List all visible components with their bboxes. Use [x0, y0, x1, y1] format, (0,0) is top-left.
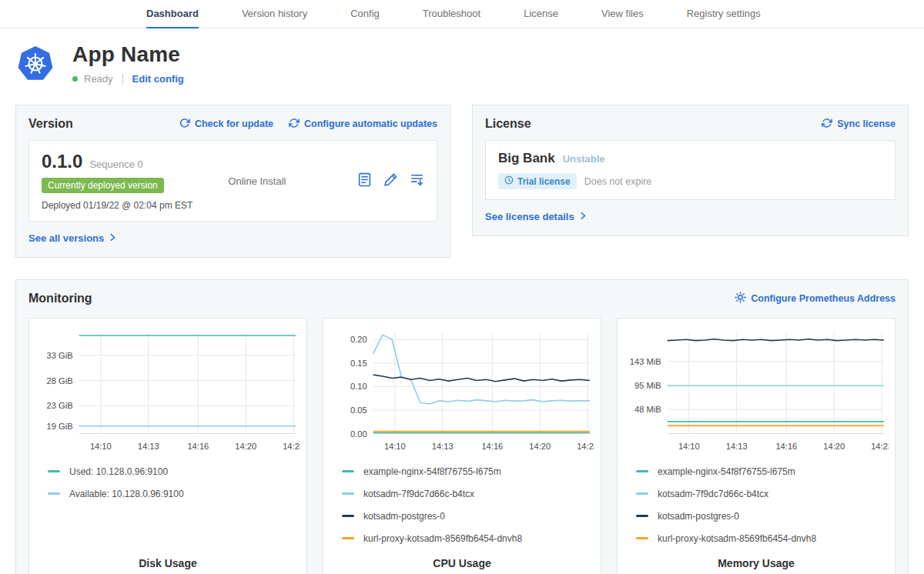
legend-item: Available: 10.128.0.96:9100: [48, 489, 288, 499]
chart-title: CPU Usage: [330, 546, 594, 569]
monitoring-card: Monitoring Configure Prometheus Address …: [15, 279, 909, 574]
legend-item: kotsadm-7f9dc7d66c-b4tcx: [342, 489, 582, 499]
svg-text:14:23: 14:23: [577, 442, 594, 451]
cpu-usage-legend: example-nginx-54f8f76755-l675mkotsadm-7f…: [330, 457, 594, 544]
legend-color-dash: [48, 470, 60, 472]
trial-license-label: Trial license: [517, 176, 571, 187]
cpu-usage-chart-card: 14:1014:1314:1614:2014:230.200.150.100.0…: [323, 318, 601, 574]
version-number: 0.1.0: [42, 151, 82, 172]
svg-text:14:16: 14:16: [481, 442, 503, 451]
configure-prometheus-link[interactable]: Configure Prometheus Address: [735, 292, 896, 305]
svg-text:14:16: 14:16: [775, 442, 797, 451]
chevron-right-icon: [109, 232, 116, 244]
legend-color-dash: [342, 515, 354, 517]
svg-text:14:13: 14:13: [432, 442, 454, 451]
legend-item: example-nginx-54f8f76755-l675m: [342, 466, 582, 477]
deployed-status-badge: Currently deployed version: [42, 178, 164, 193]
tab-version-history[interactable]: Version history: [242, 0, 307, 28]
legend-item: kotsadm-postgres-0: [636, 511, 876, 522]
tab-view-files[interactable]: View files: [601, 0, 644, 28]
legend-item: kotsadm-7f9dc7d66c-b4tcx: [636, 489, 876, 499]
install-type-label: Online Install: [228, 175, 286, 187]
check-for-update-link[interactable]: Check for update: [179, 118, 273, 131]
app-status-text: Ready: [84, 73, 113, 85]
gear-icon: [735, 292, 746, 305]
check-for-update-label: Check for update: [195, 118, 273, 129]
legend-label: kurl-proxy-kotsadm-8569fb6454-dnvh8: [658, 533, 816, 544]
memory-usage-legend: example-nginx-54f8f76755-l675mkotsadm-7f…: [624, 457, 889, 544]
divider: [122, 74, 123, 85]
configure-automatic-updates-link[interactable]: Configure automatic updates: [289, 118, 437, 131]
legend-label: kotsadm-7f9dc7d66c-b4tcx: [658, 489, 768, 499]
current-version-panel: 0.1.0 Sequence 0 Currently deployed vers…: [28, 140, 437, 222]
deploy-logs-icon[interactable]: [410, 172, 424, 190]
configure-prometheus-label: Configure Prometheus Address: [751, 293, 896, 304]
ready-status-dot: [72, 76, 78, 82]
clock-icon: [504, 175, 514, 187]
svg-text:0.20: 0.20: [350, 335, 367, 344]
disk-usage-plot: 14:1014:1314:1614:2014:2333 GiB28 GiB23 …: [35, 326, 300, 457]
tab-registry-settings[interactable]: Registry settings: [687, 0, 761, 28]
legend-color-dash: [636, 492, 648, 495]
see-license-details-link[interactable]: See license details: [485, 211, 587, 222]
svg-text:48 MiB: 48 MiB: [634, 405, 661, 414]
svg-text:0.10: 0.10: [350, 382, 367, 391]
charts-row: 14:1014:1314:1614:2014:2333 GiB28 GiB23 …: [28, 318, 896, 574]
auto-update-icon: [289, 118, 300, 131]
tab-dashboard[interactable]: Dashboard: [146, 0, 199, 28]
license-panel: Big Bank Unstable Trial license Does not…: [485, 140, 896, 200]
svg-text:14:13: 14:13: [138, 442, 159, 451]
svg-text:14:20: 14:20: [529, 442, 551, 451]
legend-item: kurl-proxy-kotsadm-8569fb6454-dnvh8: [342, 533, 582, 544]
version-info: 0.1.0 Sequence 0 Currently deployed vers…: [42, 151, 192, 211]
tab-license[interactable]: License: [524, 0, 558, 28]
legend-color-dash: [342, 470, 354, 472]
tab-troubleshoot[interactable]: Troubleshoot: [423, 0, 480, 28]
version-card-title: Version: [28, 117, 73, 131]
top-nav: Dashboard Version history Config Trouble…: [0, 0, 924, 28]
svg-text:19 GiB: 19 GiB: [47, 422, 73, 431]
legend-label: kurl-proxy-kotsadm-8569fb6454-dnvh8: [363, 533, 522, 544]
memory-usage-chart-card: 14:1014:1314:1614:2014:23143 MiB95 MiB48…: [617, 318, 896, 574]
legend-item: kurl-proxy-kotsadm-8569fb6454-dnvh8: [636, 533, 876, 544]
chart-title: Disk Usage: [35, 546, 300, 569]
monitoring-title: Monitoring: [28, 292, 92, 305]
license-card-title: License: [485, 117, 531, 131]
legend-label: Available: 10.128.0.96:9100: [69, 489, 184, 499]
legend-item: example-nginx-54f8f76755-l675m: [636, 466, 876, 477]
kubernetes-logo: [17, 45, 54, 82]
release-notes-icon[interactable]: [357, 172, 372, 190]
svg-text:143 MiB: 143 MiB: [630, 357, 661, 366]
svg-text:14:20: 14:20: [823, 442, 845, 451]
license-channel: Unstable: [563, 153, 605, 165]
svg-text:14:10: 14:10: [678, 442, 700, 451]
svg-text:0.05: 0.05: [350, 405, 367, 415]
see-all-versions-link[interactable]: See all versions: [28, 232, 116, 244]
summary-cards-row: Version Check for update: [15, 105, 909, 258]
version-sequence: Sequence 0: [89, 159, 142, 170]
edit-config-link[interactable]: Edit config: [132, 73, 184, 85]
memory-usage-plot: 14:1014:1314:1614:2014:23143 MiB95 MiB48…: [624, 326, 889, 457]
svg-text:95 MiB: 95 MiB: [634, 381, 661, 390]
svg-text:14:10: 14:10: [90, 442, 112, 451]
legend-label: kotsadm-postgres-0: [363, 511, 445, 522]
svg-text:23 GiB: 23 GiB: [47, 401, 73, 410]
config-edit-icon[interactable]: [383, 172, 398, 190]
license-customer-name: Big Bank: [498, 151, 555, 166]
page-title: App Name: [72, 42, 184, 67]
deployed-timestamp: Deployed 01/19/22 @ 02:04 pm EST: [42, 200, 192, 211]
sync-license-link[interactable]: Sync license: [822, 118, 896, 131]
svg-text:28 GiB: 28 GiB: [47, 376, 73, 385]
svg-text:14:10: 14:10: [384, 442, 406, 451]
license-card: License Sync license Big Bank Unstable: [472, 105, 909, 236]
trial-license-badge: Trial license: [498, 173, 577, 189]
disk-usage-chart-card: 14:1014:1314:1614:2014:2333 GiB28 GiB23 …: [28, 318, 307, 574]
legend-item: Used: 10.128.0.96:9100: [48, 466, 288, 477]
svg-text:14:23: 14:23: [871, 442, 889, 451]
legend-label: kotsadm-postgres-0: [658, 511, 739, 522]
chart-title: Memory Usage: [624, 546, 889, 569]
svg-text:14:20: 14:20: [235, 442, 256, 451]
see-license-details-label: See license details: [485, 211, 574, 222]
tab-config[interactable]: Config: [350, 0, 380, 28]
app-header: App Name Ready Edit config: [17, 42, 907, 85]
